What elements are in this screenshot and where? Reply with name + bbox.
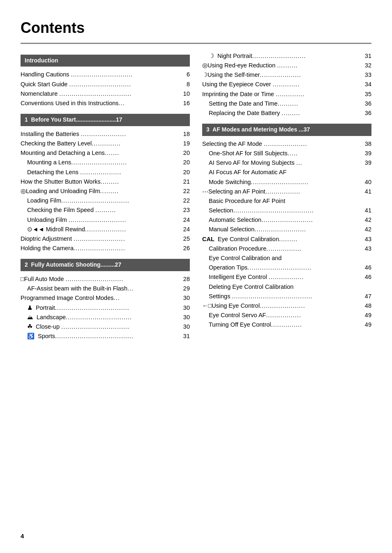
section-header-introduction: Introduction xyxy=(21,55,190,67)
entry-label: Eye Control Calibration and xyxy=(202,253,371,263)
list-item: ☽Using the Self-timer...................… xyxy=(202,70,371,80)
entry-page: 36 xyxy=(365,99,371,108)
entry-page: 20 xyxy=(183,168,190,177)
entry-page: 30 xyxy=(183,303,190,313)
list-item: Quick Start Guide ......................… xyxy=(21,80,190,89)
entry-page: 41 xyxy=(365,206,371,215)
list-item: Automatic Selection.....................… xyxy=(202,215,371,225)
section-header-1: 1 Before You Start......................… xyxy=(21,114,190,126)
entry-label: Checking the Battery Level.............. xyxy=(21,139,183,148)
entry-page: 23 xyxy=(183,205,190,215)
list-item: Manual Selection........................… xyxy=(202,225,371,234)
entry-label: Nomenclature ...........................… xyxy=(21,89,183,99)
entry-label: Checking the Film Speed .......... xyxy=(21,205,183,215)
closeup-icon: ☘ xyxy=(27,323,32,330)
entry-label: Setting the Date and Time.......... xyxy=(202,99,365,108)
toc-group-2-cont: ☽ Night Portrait........................… xyxy=(202,51,371,118)
list-item: Checking the Battery Level..............… xyxy=(21,139,190,148)
entry-page: 30 xyxy=(183,293,190,303)
loading-icon: ◎ xyxy=(21,188,26,194)
list-item: AF-Assist beam with the Built-in Flash..… xyxy=(21,284,190,293)
list-item: □Full Auto Mode ........................… xyxy=(21,274,190,284)
section-block-2: 2 Fully Automatic Shooting.........27 □F… xyxy=(21,259,190,341)
entry-page: 8 xyxy=(187,80,190,89)
list-item: Checking the Film Speed .......... 23 xyxy=(21,205,190,215)
entry-page: 22 xyxy=(183,196,190,205)
toc-group-3: Selecting the AF Mode ..................… xyxy=(202,139,371,330)
entry-page: 42 xyxy=(365,215,371,225)
entry-label: Handling Cautions ......................… xyxy=(21,70,187,79)
list-item: Conventions Used in this Instructions...… xyxy=(21,99,190,108)
entry-label: Conventions Used in this Instructions... xyxy=(21,99,183,108)
entry-page: 34 xyxy=(365,80,371,89)
entry-label: ⋯Selecting an AF Point................. xyxy=(202,187,365,196)
entry-page: 18 xyxy=(183,129,190,139)
entry-page: 25 xyxy=(183,234,190,244)
list-item: One-Shot AF for Still Subjects..... 39 xyxy=(202,149,371,158)
list-item: Detaching the Lens .................... … xyxy=(21,168,190,177)
list-item: Mounting and Detaching a Lens....... 20 xyxy=(21,148,190,158)
entry-label: Settings ...............................… xyxy=(202,292,365,301)
list-item: ◎Using Red-eye Reduction .......... 32 xyxy=(202,61,371,70)
entry-page: 26 xyxy=(183,244,190,253)
list-item: Intelligent Eye Control ................… xyxy=(202,272,371,282)
entry-label: ◎Loading and Unloading Film......... xyxy=(21,187,183,196)
entry-page: 31 xyxy=(183,332,190,341)
list-item: Operation Tips..........................… xyxy=(202,263,371,272)
entry-label: How the Shutter Button Works......... xyxy=(21,177,183,187)
list-item: Turning Off Eye Control............... 4… xyxy=(202,320,371,329)
list-item: Handling Cautions ......................… xyxy=(21,70,190,79)
list-item: ♿ Sports................................… xyxy=(21,332,190,341)
entry-label: Operation Tips..........................… xyxy=(202,263,365,272)
list-item: Setting the Date and Time.......... 36 xyxy=(202,99,371,108)
entry-page: 16 xyxy=(183,99,190,108)
section-block-1: 1 Before You Start......................… xyxy=(21,114,190,253)
list-item: ☽ Night Portrait........................… xyxy=(202,51,371,61)
entry-page: 20 xyxy=(183,158,190,167)
entry-page: 42 xyxy=(365,225,371,234)
list-item: ⛰ Landscape.............................… xyxy=(21,313,190,322)
entry-label: Deleting Eye Control Calibration xyxy=(202,282,371,292)
section-header-3: 3 AF Modes and Metering Modes ...37 xyxy=(202,124,371,136)
list-item: ◎Loading and Unloading Film......... 22 xyxy=(21,187,190,196)
entry-page: 39 xyxy=(365,158,371,168)
selftimer-icon: ☽ xyxy=(202,71,208,78)
entry-page: 33 xyxy=(365,70,371,80)
entry-page: 43 xyxy=(365,244,371,253)
list-item: ⊙◄◄ Midroll Rewind.................... 2… xyxy=(21,225,190,234)
entry-label: Unloading Film .........................… xyxy=(21,215,183,225)
list-item: ☘ Close-up .............................… xyxy=(21,322,190,332)
list-item: Using the Eyepiece Cover ............. 3… xyxy=(202,80,371,89)
entry-label: Manual Selection........................… xyxy=(202,225,365,234)
list-item: ←□Using Eye Control.....................… xyxy=(202,301,371,311)
entry-label: Imprinting the Date or Time ............… xyxy=(202,90,365,99)
entry-label: Replacing the Date Battery ......... xyxy=(202,108,365,118)
entry-page: 46 xyxy=(365,263,371,272)
entry-label: Installing the Batteries ...............… xyxy=(21,129,183,139)
entry-page: 30 xyxy=(183,313,190,322)
list-item: Eye Control Servo AF................. 49 xyxy=(202,311,371,320)
entry-page: 32 xyxy=(365,61,371,70)
entry-label: Basic Procedure for AF Point xyxy=(202,196,371,206)
entry-page: 39 xyxy=(365,149,371,158)
entry-label: ☽Using the Self-timer...................… xyxy=(202,70,365,80)
list-item: ⋯Selecting an AF Point................. … xyxy=(202,187,371,196)
list-item: Dioptric Adjustment ....................… xyxy=(21,234,190,244)
entry-page: 47 xyxy=(365,292,371,301)
entry-label: Calibration Procedure................. xyxy=(202,244,365,253)
night-portrait-icon: ☽ xyxy=(209,53,214,59)
section-header-2: 2 Fully Automatic Shooting.........27 xyxy=(21,259,190,271)
entry-page: 20 xyxy=(183,148,190,158)
entry-label: Selecting the AF Mode ..................… xyxy=(202,139,365,149)
toc-group-introduction: Handling Cautions ......................… xyxy=(21,70,190,108)
entry-page: 36 xyxy=(365,108,371,118)
entry-label: Mounting a Lens.........................… xyxy=(21,158,183,167)
list-item: Settings ...............................… xyxy=(202,292,371,301)
list-item: Nomenclature ...........................… xyxy=(21,89,190,99)
entry-label: Using the Eyepiece Cover ............. xyxy=(202,80,365,89)
entry-label: ←□Using Eye Control.....................… xyxy=(202,301,365,311)
entry-page: 21 xyxy=(183,177,190,187)
entry-label: ⛰ Landscape.............................… xyxy=(21,313,183,322)
list-item: Programmed Image Control Modes... 30 xyxy=(21,293,190,303)
entry-label: AF-Assist beam with the Built-in Flash..… xyxy=(21,284,183,293)
